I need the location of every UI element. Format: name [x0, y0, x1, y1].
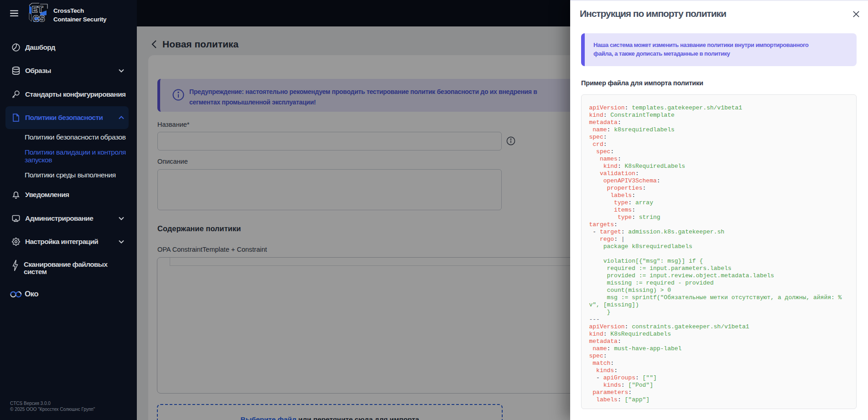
svg-text:ET: ET [32, 5, 43, 14]
svg-text:CS: CS [33, 14, 45, 23]
